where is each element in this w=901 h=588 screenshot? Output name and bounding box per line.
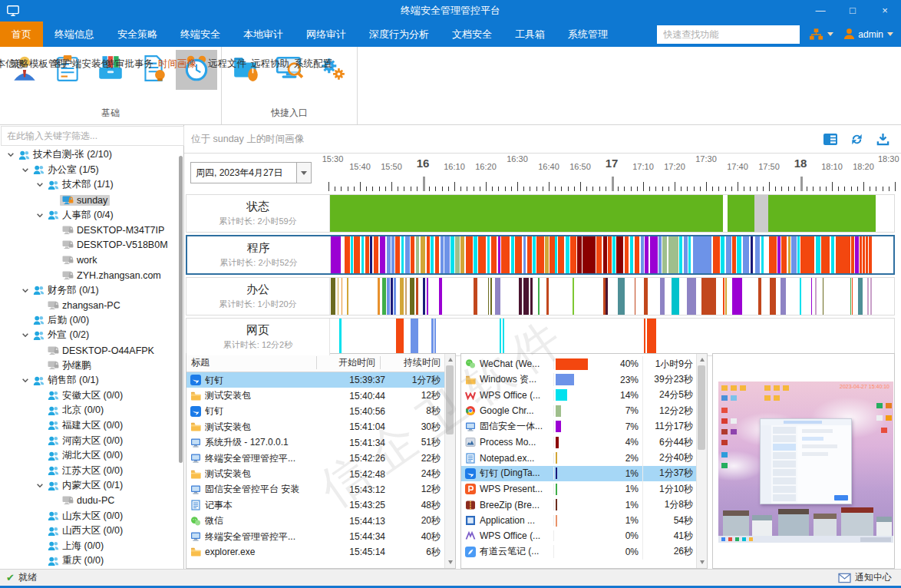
chevron-down-icon[interactable] <box>34 482 45 489</box>
activity-row[interactable]: explorer.exe15:45:146秒 <box>186 544 455 560</box>
org-structure-button[interactable] <box>809 28 833 41</box>
tree-filter-input[interactable] <box>1 126 184 146</box>
tree-item-后勤 (0/0)[interactable]: 后勤 (0/0) <box>0 313 183 329</box>
activity-row[interactable]: 钉钉15:40:568秒 <box>186 404 455 419</box>
usage-row[interactable]: Windows 资...23%39分23秒 <box>461 372 707 387</box>
column-settings-button[interactable] <box>823 132 838 147</box>
activity-row[interactable]: 微信15:44:1320秒 <box>186 514 455 529</box>
activity-row[interactable]: 记事本15:43:2548秒 <box>186 497 455 513</box>
menu-tab-安全策略[interactable]: 安全策略 <box>106 21 169 47</box>
quick-search-input[interactable] <box>657 25 800 44</box>
activity-row[interactable]: 测试安装包15:41:0430秒 <box>186 419 455 434</box>
timeline-row-bar[interactable] <box>330 319 894 355</box>
activity-row[interactable]: 固信安全管控平台 安装15:43:1212秒 <box>186 482 455 497</box>
close-button[interactable]: × <box>869 0 901 21</box>
tree-item-安徽大区 (0/0)[interactable]: 安徽大区 (0/0) <box>0 388 183 404</box>
menu-tab-首页[interactable]: 首页 <box>0 21 43 47</box>
notification-center-button[interactable]: 通知中心 <box>838 571 892 584</box>
tree-item-孙继鹏[interactable]: 孙继鹏 <box>0 358 183 373</box>
activity-row[interactable]: 系统升级 - 127.0.0.115:41:3451秒 <box>186 435 455 451</box>
tree-item-DESKTOP-O44AFPK[interactable]: DESKTOP-O44AFPK <box>0 343 183 358</box>
timeline-row-办公[interactable]: 办公累计时长: 1小时20分 <box>186 277 895 315</box>
usage-row[interactable]: WeChat (We...40%1小时9分 <box>461 356 707 372</box>
activity-row[interactable]: 钉钉15:39:371分7秒 <box>186 372 455 388</box>
refresh-button[interactable] <box>850 132 864 147</box>
usage-row[interactable]: BreeZip (Bre...1%1分8秒 <box>461 497 707 513</box>
date-picker-dropdown-button[interactable] <box>296 163 311 183</box>
menu-tab-网络审计[interactable]: 网络审计 <box>295 21 358 47</box>
tree-item-销售部 (0/1)[interactable]: 销售部 (0/1) <box>0 373 183 388</box>
tree-item-ZYH.zhangsan.com[interactable]: ZYH.zhangsan.com <box>0 268 183 283</box>
tree-item-zhangsan-PC[interactable]: zhangsan-PC <box>0 298 183 313</box>
chevron-down-icon[interactable] <box>19 167 31 173</box>
maximize-button[interactable]: □ <box>837 0 869 21</box>
ribbon-button-系统配置[interactable]: 系统配置 <box>312 50 353 90</box>
menu-tab-工具箱[interactable]: 工具箱 <box>503 21 556 47</box>
usage-row[interactable]: 钉钉 (DingTa...1%1分37秒 <box>461 466 707 481</box>
usage-row[interactable]: Application ...1%54秒 <box>461 513 707 528</box>
timeline-row-程序[interactable]: 程序累计时长: 2小时52分 <box>186 235 895 275</box>
activity-column-header-标题[interactable]: 标题 <box>186 356 317 369</box>
tree-item-山西大区 (0/0)[interactable]: 山西大区 (0/0) <box>0 524 183 539</box>
chevron-down-icon[interactable] <box>19 332 31 339</box>
menu-tab-终端安全[interactable]: 终端安全 <box>169 21 232 47</box>
activity-row[interactable]: 终端安全管理管控平...15:44:3440秒 <box>186 529 455 544</box>
menu-tab-终端信息[interactable]: 终端信息 <box>43 21 106 47</box>
tree-item-福建大区 (0/0)[interactable]: 福建大区 (0/0) <box>0 418 183 434</box>
tree-scrollbar[interactable] <box>179 156 183 463</box>
menu-tab-系统管理[interactable]: 系统管理 <box>556 21 619 47</box>
usage-row[interactable]: Notepad.ex...2%2分40秒 <box>461 450 707 465</box>
usage-row[interactable]: 有道云笔记 (...0%26秒 <box>461 544 707 560</box>
chevron-down-icon[interactable] <box>19 287 31 294</box>
tree-item-work[interactable]: work <box>0 253 183 268</box>
date-picker[interactable]: 周四, 2023年4月27日 <box>190 162 312 183</box>
activity-column-header-开始时间[interactable]: 开始时间 <box>317 356 381 369</box>
scroll-down-arrow[interactable] <box>697 557 707 567</box>
timeline-row-bar[interactable] <box>330 278 894 315</box>
scroll-up-arrow[interactable] <box>697 355 707 365</box>
tree-item-办公室 (1/5)[interactable]: 办公室 (1/5) <box>0 163 183 178</box>
tree-item-技术部 (1/1)[interactable]: 技术部 (1/1) <box>0 177 183 193</box>
download-button[interactable] <box>876 132 890 147</box>
usage-scrollbar[interactable] <box>696 354 707 568</box>
timeline-row-网页[interactable]: 网页累计时长: 12分2秒 <box>186 318 895 356</box>
scroll-up-arrow[interactable] <box>445 355 455 365</box>
minimize-button[interactable]: — <box>804 0 837 21</box>
usage-row[interactable]: 固信安全一体...7%11分17秒 <box>461 419 707 434</box>
activity-row[interactable]: 测试安装包15:42:4824秒 <box>186 466 455 481</box>
menu-tab-本地审计[interactable]: 本地审计 <box>232 21 295 47</box>
menu-tab-深度行为分析[interactable]: 深度行为分析 <box>358 21 441 47</box>
tree-item-dudu-PC[interactable]: dudu-PC <box>0 494 183 509</box>
menu-tab-文档安全[interactable]: 文档安全 <box>441 21 503 47</box>
chevron-down-icon[interactable] <box>34 212 45 219</box>
tree-item-技术自测-张 (2/10)[interactable]: 技术自测-张 (2/10) <box>0 147 183 163</box>
usage-row[interactable]: WPS Present...1%1分10秒 <box>461 481 707 497</box>
tree-item-sunday[interactable]: sunday <box>0 193 183 208</box>
tree-item-外宣 (0/2)[interactable]: 外宣 (0/2) <box>0 328 183 343</box>
timeline-row-bar[interactable] <box>330 195 894 232</box>
tree-item-DESKTOP-V518B0M[interactable]: DESKTOP-V518B0M <box>0 238 183 253</box>
usage-row[interactable]: WPS Office (...14%24分5秒 <box>461 388 707 403</box>
tree-item-河南大区 (0/0)[interactable]: 河南大区 (0/0) <box>0 433 183 448</box>
activity-column-header-持续时间[interactable]: 持续时间 <box>381 356 445 369</box>
chevron-down-icon[interactable] <box>19 377 31 384</box>
timeline-row-bar[interactable] <box>331 236 893 273</box>
usage-row[interactable]: Google Chr...7%12分2秒 <box>461 403 707 418</box>
tree-item-北京 (0/0)[interactable]: 北京 (0/0) <box>0 403 183 418</box>
usage-row[interactable]: WPS Office (...0%41秒 <box>461 528 707 543</box>
tree-item-山东大区 (0/0)[interactable]: 山东大区 (0/0) <box>0 508 183 524</box>
admin-menu-button[interactable]: admin <box>843 28 893 41</box>
tree-item-上海 (0/0)[interactable]: 上海 (0/0) <box>0 538 183 553</box>
tree-item-财务部 (0/1)[interactable]: 财务部 (0/1) <box>0 282 183 298</box>
chevron-down-icon[interactable] <box>34 181 45 188</box>
activity-scrollbar[interactable] <box>444 354 455 568</box>
tree-item-DESKTOP-M34T7IP[interactable]: DESKTOP-M34T7IP <box>0 223 183 238</box>
tree-item-重庆 (0/0)[interactable]: 重庆 (0/0) <box>0 553 183 569</box>
activity-row[interactable]: 测试安装包15:40:4412秒 <box>186 388 455 403</box>
timeline-row-状态[interactable]: 状态累计时长: 2小时59分 <box>186 194 895 233</box>
tree-item-人事部 (0/4)[interactable]: 人事部 (0/4) <box>0 207 183 223</box>
tree-item-湖北大区 (0/0)[interactable]: 湖北大区 (0/0) <box>0 448 183 464</box>
tree-item-内蒙大区 (0/1)[interactable]: 内蒙大区 (0/1) <box>0 478 183 494</box>
desktop-screenshot-thumbnail[interactable]: 2023-04-27 15:40:10 <box>718 382 893 543</box>
activity-row[interactable]: 终端安全管理管控平...15:42:2622秒 <box>186 451 455 466</box>
